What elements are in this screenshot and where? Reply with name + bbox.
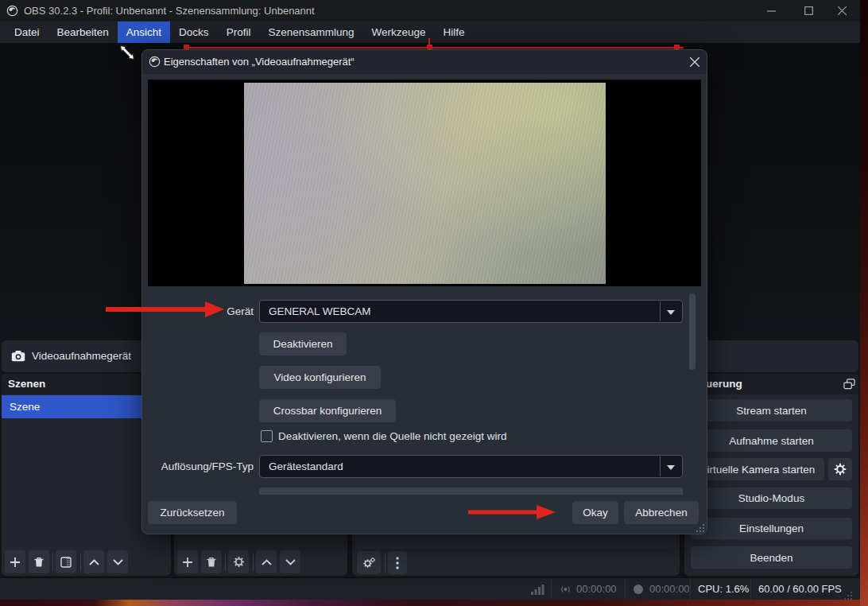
chevron-up-icon bbox=[262, 559, 272, 565]
annotation-line bbox=[186, 47, 684, 49]
screen: OBS 30.2.3 - Profil: Unbenannt - Szenens… bbox=[0, 0, 868, 606]
scene-move-up-button[interactable] bbox=[83, 550, 104, 573]
clipped-field bbox=[259, 488, 683, 495]
toolbar-divider bbox=[225, 553, 226, 571]
fps-indicator: 60.00 / 60.00 FPS bbox=[758, 578, 842, 600]
controls-panel: Steuerung Stream starten Aufnahme starte… bbox=[684, 374, 858, 576]
deactivate-when-hidden-checkbox[interactable] bbox=[261, 430, 273, 442]
annotation-arrow-device bbox=[103, 301, 231, 318]
device-select-value: GENERAL WEBCAM bbox=[269, 305, 371, 317]
menu-datei[interactable]: Datei bbox=[6, 21, 48, 43]
stream-time: 00:00:00 bbox=[576, 578, 617, 600]
window-title: OBS 30.2.3 - Profil: Unbenannt - Szenens… bbox=[24, 0, 315, 21]
dialog-title: Eigenschaften von „Videoaufnahmegerät“ bbox=[164, 50, 355, 74]
checkbox-label: Deaktivieren, wenn die Quelle nicht geze… bbox=[278, 430, 506, 443]
annotation-tick bbox=[428, 38, 430, 45]
properties-dialog: Eigenschaften von „Videoaufnahmegerät“ G… bbox=[141, 49, 707, 534]
scene-move-down-button[interactable] bbox=[107, 550, 128, 573]
add-source-button[interactable] bbox=[177, 550, 198, 573]
trash-icon bbox=[206, 557, 217, 568]
dialog-titlebar[interactable]: Eigenschaften von „Videoaufnahmegerät“ bbox=[142, 50, 707, 74]
webcam-preview bbox=[244, 83, 606, 284]
dialog-close-button[interactable] bbox=[686, 53, 703, 71]
dialog-scrollbar-thumb[interactable] bbox=[689, 293, 696, 370]
scene-filters-button[interactable] bbox=[56, 550, 76, 573]
toolbar-divider bbox=[52, 553, 53, 571]
remove-source-button[interactable] bbox=[201, 550, 222, 573]
controls-panel-header: Steuerung bbox=[684, 374, 858, 394]
gear-icon bbox=[233, 556, 245, 568]
remove-scene-button[interactable] bbox=[29, 550, 49, 573]
source-move-down-button[interactable] bbox=[280, 550, 300, 573]
start-recording-button[interactable]: Aufnahme starten bbox=[691, 429, 852, 452]
toolbar-divider bbox=[385, 554, 386, 572]
exit-button[interactable]: Beenden bbox=[691, 546, 852, 569]
annotation-arrow-okay bbox=[467, 503, 558, 521]
chevron-down-icon bbox=[667, 310, 675, 315]
minimize-icon bbox=[767, 6, 776, 15]
add-scene-button[interactable] bbox=[5, 550, 25, 573]
configure-video-button[interactable]: Video konfigurieren bbox=[259, 366, 381, 389]
resize-grip[interactable] bbox=[844, 592, 852, 600]
resolution-select-value: Gerätestandard bbox=[269, 460, 343, 472]
menu-docks[interactable]: Docks bbox=[170, 21, 218, 43]
record-time: 00:00:00 bbox=[649, 578, 690, 600]
chevron-down-icon bbox=[285, 559, 296, 565]
maximize-icon bbox=[804, 6, 813, 15]
close-icon bbox=[690, 57, 699, 67]
plus-icon bbox=[182, 557, 193, 568]
chevron-down-icon bbox=[113, 559, 123, 565]
studio-mode-button[interactable]: Studio-Modus bbox=[691, 488, 852, 509]
desktop-wallpaper-bottom bbox=[0, 600, 860, 606]
menu-werkzeuge[interactable]: Werkzeuge bbox=[362, 21, 434, 43]
reset-button[interactable]: Zurücksetzen bbox=[148, 501, 237, 524]
preview-area bbox=[148, 80, 701, 286]
combo-separator bbox=[660, 456, 661, 476]
virtual-camera-settings-button[interactable] bbox=[828, 458, 852, 480]
toolbar-divider bbox=[80, 553, 81, 571]
menu-ansicht[interactable]: Ansicht bbox=[118, 21, 170, 43]
source-properties-button[interactable] bbox=[228, 550, 249, 573]
double-gear-icon bbox=[362, 557, 376, 569]
start-virtual-camera-button[interactable]: Virtuelle Kamera starten bbox=[691, 458, 824, 480]
mouse-cursor-resize-icon bbox=[116, 41, 138, 64]
dialog-resize-grip[interactable] bbox=[696, 524, 704, 532]
cancel-button[interactable]: Abbrechen bbox=[624, 501, 699, 524]
settings-button[interactable]: Einstellungen bbox=[691, 518, 852, 539]
maximize-button[interactable] bbox=[795, 0, 822, 21]
chevron-up-icon bbox=[89, 559, 99, 565]
kebab-menu-icon bbox=[396, 557, 399, 569]
menu-bar: Datei Bearbeiten Ansicht Docks Profil Sz… bbox=[0, 21, 860, 43]
close-icon bbox=[838, 6, 847, 15]
configure-crossbar-button[interactable]: Crossbar konfigurieren bbox=[259, 399, 396, 422]
deactivate-button[interactable]: Deaktivieren bbox=[259, 332, 347, 355]
obs-logo-icon bbox=[149, 56, 161, 68]
mixer-menu-button[interactable] bbox=[388, 551, 407, 574]
chevron-down-icon bbox=[667, 465, 675, 470]
popout-icon[interactable] bbox=[843, 379, 855, 390]
menu-hilfe[interactable]: Hilfe bbox=[435, 21, 474, 43]
device-select[interactable]: GENERAL WEBCAM bbox=[259, 300, 683, 323]
broadcast-icon bbox=[560, 584, 572, 595]
ok-button[interactable]: Okay bbox=[572, 501, 618, 524]
source-item-label[interactable]: Videoaufnahmegerät bbox=[32, 340, 131, 372]
menu-bearbeiten[interactable]: Bearbeiten bbox=[48, 21, 118, 43]
mixer-settings-button[interactable] bbox=[357, 551, 381, 574]
desktop-wallpaper-right bbox=[860, 0, 868, 606]
menu-szenensammlung[interactable]: Szenensammlung bbox=[259, 21, 362, 43]
toolbar-divider bbox=[253, 553, 254, 571]
source-move-up-button[interactable] bbox=[256, 550, 277, 573]
menu-profil[interactable]: Profil bbox=[218, 21, 260, 43]
start-streaming-button[interactable]: Stream starten bbox=[691, 399, 852, 421]
combo-separator bbox=[660, 301, 661, 321]
close-button[interactable] bbox=[828, 0, 855, 21]
resolution-select[interactable]: Gerätestandard bbox=[259, 455, 683, 478]
window-titlebar: OBS 30.2.3 - Profil: Unbenannt - Szenens… bbox=[0, 0, 860, 21]
minimize-button[interactable] bbox=[758, 0, 785, 21]
status-bar: 00:00:00 00:00:00 CPU: 1.6% 60.00 / 60.0… bbox=[0, 577, 860, 600]
gear-icon bbox=[834, 463, 847, 476]
transitions-panel bbox=[684, 340, 858, 372]
resolution-label: Auflösung/FPS-Typ bbox=[142, 455, 254, 478]
cpu-usage: CPU: 1.6% bbox=[698, 578, 749, 600]
plus-icon bbox=[10, 557, 21, 568]
